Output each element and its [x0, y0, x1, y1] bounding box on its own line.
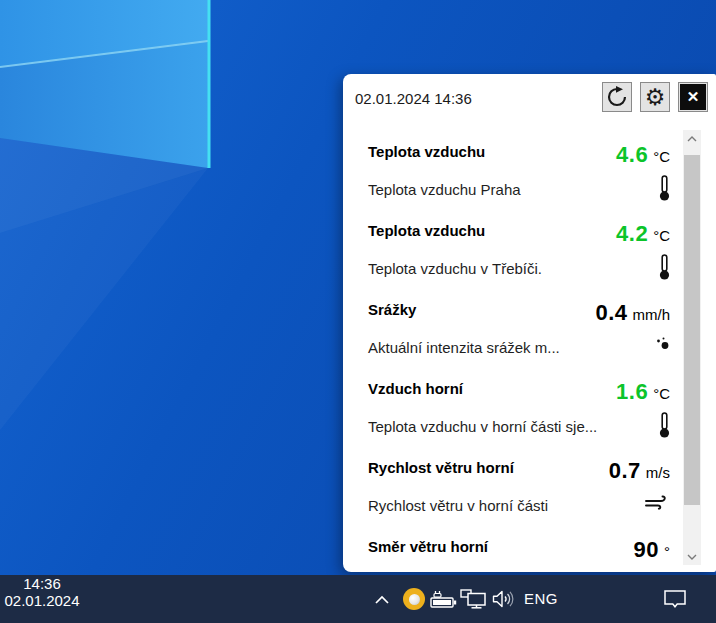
sensor-item[interactable]: Směr větru horní 90° — [368, 538, 670, 572]
sensor-title: Teplota vzduchu — [368, 143, 485, 160]
refresh-button[interactable] — [602, 82, 632, 112]
scroll-up-icon[interactable] — [683, 130, 701, 147]
thermometer-icon — [658, 175, 671, 206]
wind-icon — [645, 495, 670, 514]
sensor-subtitle: Teplota vzduchu v Třebíči. — [368, 260, 542, 277]
precipitation-icon — [655, 336, 670, 355]
sensor-value: 0.7 — [609, 458, 641, 483]
sensor-unit: °C — [653, 148, 670, 165]
sensor-item[interactable]: Vzduch horní Teplota vzduchu v horní čás… — [368, 380, 670, 459]
sensor-subtitle: Teplota vzduchu v horní části sje... — [368, 418, 597, 435]
sensor-value: 1.6 — [616, 379, 648, 404]
weather-widget-panel: 02.01.2024 14:36 ⚙ ✕ Teplota vzduchu Tep… — [343, 74, 716, 572]
battery-icon[interactable] — [430, 591, 457, 608]
sensor-subtitle: Aktuální intenzita srážek m... — [368, 339, 560, 356]
sensor-value: 0.4 — [595, 300, 627, 325]
sensor-value: 90 — [634, 537, 659, 562]
thermometer-icon — [658, 412, 671, 443]
clock-time: 14:36 — [0, 575, 84, 592]
clock-date: 02.01.2024 — [0, 592, 84, 609]
refresh-icon — [606, 86, 628, 108]
language-indicator[interactable]: ENG — [524, 590, 558, 607]
sensor-value: 4.6 — [616, 142, 648, 167]
sensor-subtitle: Rychlost větru v horní části — [368, 497, 548, 514]
taskbar-clock[interactable]: 14:36 02.01.2024 — [0, 575, 84, 609]
sensor-unit: mm/h — [633, 306, 671, 323]
sensor-item[interactable]: Srážky Aktuální intenzita srážek m... 0.… — [368, 301, 670, 380]
settings-button[interactable]: ⚙ — [640, 82, 670, 112]
panel-datetime: 02.01.2024 14:36 — [355, 90, 472, 107]
scrollbar-thumb[interactable] — [684, 155, 700, 505]
sensor-item[interactable]: Rychlost větru horní Rychlost větru v ho… — [368, 459, 670, 538]
gear-icon: ⚙ — [645, 86, 666, 109]
sensor-title: Rychlost větru horní — [368, 459, 514, 476]
network-icon[interactable] — [460, 589, 488, 609]
sensor-value: 4.2 — [616, 221, 648, 246]
close-button[interactable]: ✕ — [678, 82, 708, 112]
taskbar: ENG 14:36 02.01.2024 — [0, 575, 716, 623]
sensor-item[interactable]: Teplota vzduchu Teplota vzduchu v Třebíč… — [368, 222, 670, 301]
sensor-item[interactable]: Teplota vzduchu Teplota vzduchu Praha 4.… — [368, 143, 670, 222]
action-center-icon[interactable] — [663, 589, 687, 610]
close-icon: ✕ — [680, 84, 706, 110]
sensor-title: Teplota vzduchu — [368, 222, 485, 239]
tray-app-icon[interactable] — [403, 588, 425, 610]
sensor-unit: m/s — [646, 464, 670, 481]
hidden-icons-chevron[interactable] — [374, 595, 390, 604]
scrollbar[interactable] — [683, 130, 701, 565]
sensor-title: Vzduch horní — [368, 380, 463, 397]
volume-icon[interactable] — [492, 590, 517, 608]
sensor-title: Srážky — [368, 301, 416, 318]
sensor-unit: ° — [664, 543, 670, 560]
sensor-unit: °C — [653, 227, 670, 244]
sensor-subtitle: Teplota vzduchu Praha — [368, 181, 521, 198]
sensor-title: Směr větru horní — [368, 538, 488, 555]
sensor-unit: °C — [653, 385, 670, 402]
thermometer-icon — [658, 254, 671, 285]
scroll-down-icon[interactable] — [683, 548, 701, 565]
